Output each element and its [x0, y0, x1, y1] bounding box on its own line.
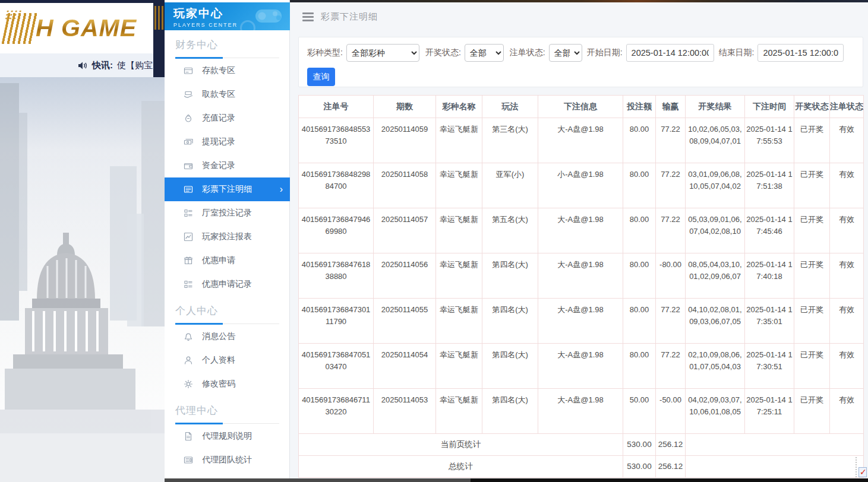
table-cell: 08,05,04,03,10,01,02,09,06,07 — [686, 253, 745, 299]
sidebar-item-player-bet-report[interactable]: 玩家投注报表 — [175, 225, 279, 249]
sidebar-item-recharge-records[interactable]: 充值记录 — [175, 106, 279, 130]
sidebar-item-deposit-zone[interactable]: 存款专区 — [175, 59, 279, 83]
ime-divider — [856, 457, 857, 477]
table-header-row: 注单号期数彩种名称玩法下注信息投注额输赢开奖结果下注时间开奖状态注单状态 — [299, 96, 864, 118]
sidebar-item-label: 修改密码 — [202, 379, 235, 389]
table-cell: 幸运飞艇新 — [436, 208, 482, 253]
user-icon — [184, 356, 193, 365]
checklist-icon — [184, 280, 193, 289]
site-logo[interactable]: H GAME — [0, 13, 137, 44]
sidebar-sections: 财务中心存款专区取款专区充值记录提现记录资金记录彩票下注明细›厅室投注记录玩家投… — [165, 30, 290, 478]
table-cell: 77.22 — [656, 344, 686, 389]
sidebar-item-promo-apply[interactable]: 优惠申请 — [175, 249, 279, 272]
table-cell: 已开奖 — [794, 253, 830, 299]
banknotes-icon — [184, 137, 193, 147]
sidebar-item-withdraw-zone[interactable]: 取款专区 — [175, 83, 279, 106]
ime-check-icon[interactable] — [858, 467, 867, 477]
table-cell: 大-A盘@1.98 — [538, 253, 623, 299]
sidebar-item-change-password[interactable]: 修改密码 — [175, 372, 279, 396]
lottery-type-select[interactable]: 全部彩种 — [346, 44, 419, 62]
table-cell: 401569173684829884700 — [299, 163, 374, 208]
menu-toggle-icon[interactable] — [302, 12, 314, 21]
list-card-icon — [184, 185, 193, 194]
table-row: 40156917368485537351020250114059幸运飞艇新第三名… — [299, 118, 864, 163]
chart-icon — [184, 232, 193, 242]
table-row: 40156917368467113022020250114053幸运飞艇新第四名… — [299, 389, 864, 434]
draw-status-select[interactable]: 全部 — [465, 44, 504, 62]
gamepad-icon — [253, 6, 284, 26]
column-header: 注单号 — [299, 96, 374, 118]
checklist-icon — [184, 208, 193, 218]
table-row: 40156917368476183888020250114056幸运飞艇新第四名… — [299, 253, 864, 299]
table-cell: 02,10,09,08,06,01,07,05,04,03 — [686, 344, 745, 389]
table-cell: 20250114058 — [374, 163, 436, 208]
column-header: 彩种名称 — [436, 96, 482, 118]
section-title: 财务中心 — [175, 38, 279, 52]
table-cell: 401569173684794669980 — [299, 208, 374, 253]
start-date-input[interactable] — [626, 44, 714, 62]
sidebar-item-label: 充值记录 — [202, 113, 235, 123]
table-cell: 50.00 — [623, 389, 656, 434]
table-cell: 401569173684671130220 — [299, 389, 374, 434]
hand-cash-icon — [184, 90, 193, 99]
page-title: 彩票下注明细 — [321, 11, 378, 23]
sidebar-item-funds-records[interactable]: 资金记录 — [175, 154, 279, 177]
table-cell: 幸运飞艇新 — [436, 253, 482, 299]
sidebar-item-room-bet-records[interactable]: 厅室投注记录 — [175, 201, 279, 225]
news-ticker: 快讯: 使【购宝 — [0, 53, 153, 77]
bets-table: 注单号期数彩种名称玩法下注信息投注额输赢开奖结果下注时间开奖状态注单状态 401… — [298, 95, 864, 478]
table-cell: 20250114059 — [374, 118, 436, 163]
table-cell: 401569173684730111790 — [299, 299, 374, 344]
section-title: 个人中心 — [175, 304, 279, 318]
sidebar-item-label: 个人资料 — [202, 355, 235, 366]
table-cell: 20250114055 — [374, 299, 436, 344]
table-cell: -50.00 — [656, 389, 686, 434]
table-cell: 10,02,06,05,03,08,09,04,07,01 — [686, 118, 745, 163]
sidebar-item-agent-rules[interactable]: 代理规则说明 — [175, 424, 279, 448]
gear-icon — [184, 379, 193, 389]
bet-status-select[interactable]: 全部 — [549, 44, 582, 62]
sidebar-item-lottery-bet-details[interactable]: 彩票下注明细› — [165, 177, 290, 201]
news-icon — [184, 455, 193, 465]
table-cell: 有效 — [830, 344, 864, 389]
table-cell: 第四名(大) — [482, 389, 538, 434]
table-cell: 2025-01-14 17:51:38 — [745, 163, 794, 208]
end-date-input[interactable] — [757, 44, 844, 62]
ticker-text: 使【购宝 — [117, 60, 153, 71]
table-cell: 05,03,09,01,06,07,04,02,08,10 — [686, 208, 745, 253]
sidebar-item-promo-apply-records[interactable]: 优惠申请记录 — [175, 272, 279, 296]
lottery-type-label: 彩种类型: — [307, 47, 343, 58]
speaker-icon — [78, 61, 88, 70]
sidebar-item-profile[interactable]: 个人资料 — [175, 348, 279, 372]
table-cell: 第四名(大) — [482, 253, 538, 299]
table-cell: 2025-01-14 17:35:01 — [745, 299, 794, 344]
sidebar-item-label: 玩家投注报表 — [202, 232, 252, 242]
sidebar-item-label: 存款专区 — [202, 65, 235, 76]
moneybag-icon — [184, 113, 193, 123]
logo-text: H GAME — [36, 14, 137, 42]
table-cell: 幸运飞艇新 — [436, 118, 482, 163]
table-cell: -80.00 — [656, 253, 686, 299]
table-cell: 大-A盘@1.98 — [538, 118, 623, 163]
sidebar-item-messages[interactable]: 消息公告 — [175, 325, 279, 348]
sidebar-item-label: 优惠申请记录 — [202, 279, 252, 290]
wallet-icon — [184, 161, 193, 170]
table-cell: 第四名(大) — [482, 299, 538, 344]
sidebar-item-agent-team-stats[interactable]: 代理团队统计 — [175, 448, 279, 472]
city-background-image — [0, 77, 165, 482]
table-row: 40156917368473011179020250114055幸运飞艇新第四名… — [299, 299, 864, 344]
underlying-top-strip — [0, 0, 165, 3]
table-cell: 已开奖 — [794, 389, 830, 434]
summary-row: 当前页统计530.00256.12 — [299, 434, 864, 456]
table-cell: 幸运飞艇新 — [436, 299, 482, 344]
table-cell: 77.22 — [656, 118, 686, 163]
column-header: 输赢 — [656, 96, 686, 118]
sidebar-item-withdrawal-records[interactable]: 提现记录 — [175, 130, 279, 154]
search-button[interactable]: 查询 — [307, 68, 335, 86]
table-cell: 80.00 — [623, 344, 656, 389]
table-cell: 大-A盘@1.98 — [538, 344, 623, 389]
table-cell: 77.22 — [656, 208, 686, 253]
underlying-page-fragment: H GAME 快讯: 使【购宝 — [0, 0, 165, 482]
column-header: 期数 — [374, 96, 436, 118]
summary-row: 总统计530.00256.12 — [299, 456, 864, 478]
